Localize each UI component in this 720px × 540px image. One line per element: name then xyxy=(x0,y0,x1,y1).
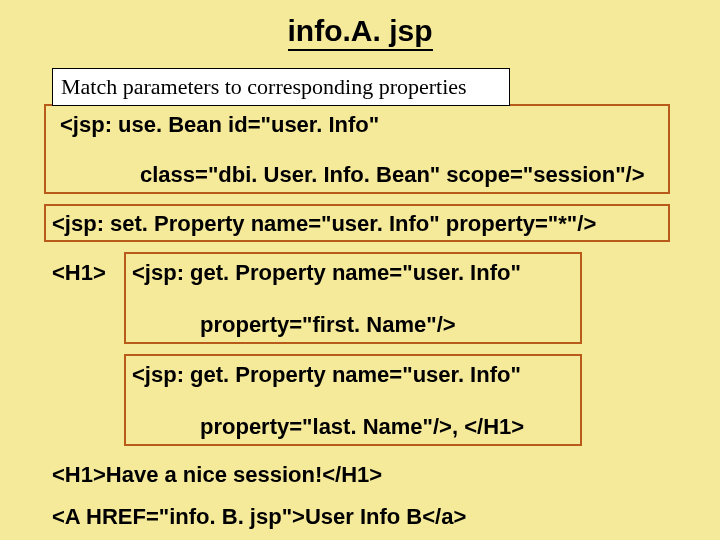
code-line-7: property="last. Name"/>, </H1> xyxy=(200,414,524,440)
slide: info.A. jsp Match parameters to correspo… xyxy=(0,0,720,540)
code-line-4a: <H1> xyxy=(52,260,106,286)
code-line-2: class="dbi. User. Info. Bean" scope="ses… xyxy=(140,162,645,188)
page-title: info.A. jsp xyxy=(0,14,720,48)
callout-box: Match parameters to corresponding proper… xyxy=(52,68,510,106)
code-line-9: <A HREF="info. B. jsp">User Info B</a> xyxy=(52,504,466,530)
code-line-4b: <jsp: get. Property name="user. Info" xyxy=(132,260,521,286)
code-line-5: property="first. Name"/> xyxy=(200,312,456,338)
code-line-8: <H1>Have a nice session!</H1> xyxy=(52,462,382,488)
title-text: info.A. jsp xyxy=(288,14,433,51)
code-line-6: <jsp: get. Property name="user. Info" xyxy=(132,362,521,388)
code-line-1: <jsp: use. Bean id="user. Info" xyxy=(60,112,379,138)
code-line-3: <jsp: set. Property name="user. Info" pr… xyxy=(52,211,596,237)
callout-text: Match parameters to corresponding proper… xyxy=(61,74,467,100)
